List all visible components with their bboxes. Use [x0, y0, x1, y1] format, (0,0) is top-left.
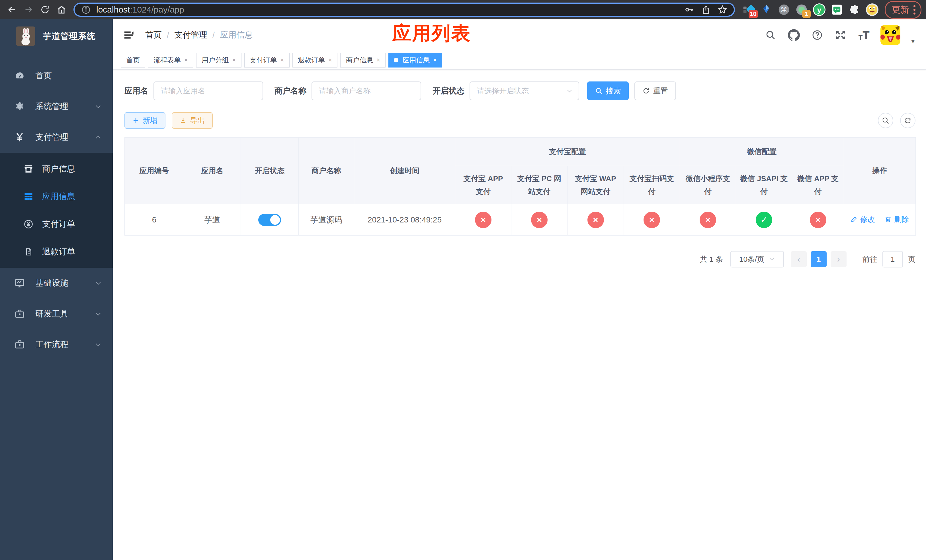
github-icon[interactable]	[787, 28, 801, 42]
status-label: 开启状态	[433, 85, 465, 96]
status-badge: ×	[531, 212, 548, 228]
tab-refund-orders[interactable]: 退款订单×	[292, 53, 338, 68]
close-icon[interactable]: ×	[232, 56, 236, 64]
password-key-icon[interactable]	[683, 3, 696, 16]
share-icon[interactable]	[700, 3, 712, 16]
col-alipay-pc: 支付宝 PC 网站支付	[511, 166, 567, 204]
col-wechat-app: 微信 APP 支付	[792, 166, 844, 204]
extension-diamond-icon[interactable]: 10	[742, 3, 755, 17]
refresh-table-button[interactable]	[900, 113, 915, 128]
browser-home-button[interactable]	[54, 2, 69, 17]
page-size-select[interactable]: 10条/页	[730, 251, 784, 268]
sidebar-item-payment[interactable]: 支付管理	[0, 122, 113, 153]
dashboard-icon	[13, 70, 26, 81]
close-icon[interactable]: ×	[280, 56, 284, 64]
address-bar[interactable]: localhost:1024/pay/app	[73, 3, 735, 17]
sidebar-item-home[interactable]: 首页	[0, 61, 113, 91]
close-icon[interactable]: ×	[377, 56, 380, 64]
breadcrumb-home[interactable]: 首页	[145, 29, 162, 41]
browser-back-button[interactable]	[5, 2, 20, 17]
status-select[interactable]: 请选择开启状态	[469, 82, 579, 100]
cell-operations: 修改 删除	[844, 204, 916, 236]
top-navbar: 首页 / 支付管理 / 应用信息 T	[113, 20, 926, 51]
tab-pay-orders[interactable]: 支付订单×	[244, 53, 290, 68]
download-icon	[180, 117, 186, 124]
col-wechat-jsapi: 微信 JSAPI 支付	[736, 166, 792, 204]
browser-reload-button[interactable]	[38, 2, 52, 17]
col-alipay-app: 支付宝 APP 支付	[455, 166, 511, 204]
merchant-name-input[interactable]	[312, 82, 421, 100]
export-button[interactable]: 导出	[172, 112, 213, 129]
search-icon[interactable]	[764, 28, 777, 42]
sidebar-item-dev-tools[interactable]: 研发工具	[0, 298, 113, 329]
tags-view-bar: 首页 流程表单× 用户分组× 支付订单× 退款订单× 商户信息× 应用信息×	[113, 51, 926, 70]
bookmark-star-icon[interactable]	[716, 3, 729, 16]
toolbox-icon	[13, 309, 26, 319]
extension-balloon-icon[interactable]	[760, 3, 773, 17]
refresh-icon	[904, 117, 912, 124]
reset-button[interactable]: 重置	[634, 82, 676, 100]
close-icon[interactable]: ×	[184, 56, 188, 64]
prev-page-button[interactable]: ‹	[791, 251, 807, 267]
app-name-label: 应用名	[124, 85, 148, 96]
chevron-down-icon	[95, 310, 102, 318]
page-annotation-title: 应用列表	[392, 21, 471, 46]
sidebar-item-infra[interactable]: 基础设施	[0, 268, 113, 298]
sidebar-item-pay-orders[interactable]: 支付订单	[0, 210, 113, 238]
status-toggle[interactable]	[258, 214, 281, 226]
status-badge: ×	[810, 212, 826, 228]
sidebar-item-system[interactable]: 系统管理	[0, 91, 113, 122]
tab-home[interactable]: 首页	[121, 53, 145, 68]
extension-emoji-icon[interactable]	[865, 3, 879, 17]
extension-badge: 10	[749, 10, 758, 18]
payment-submenu: 商户信息 应用信息 支付订单	[0, 153, 113, 268]
sidebar-item-refund-orders[interactable]: 退款订单	[0, 238, 113, 265]
delete-link[interactable]: 删除	[884, 215, 909, 224]
avatar-dropdown-caret[interactable]: ▼	[910, 38, 916, 45]
sidebar-item-app-info[interactable]: 应用信息	[0, 183, 113, 210]
extension-recorder-icon[interactable]: 1	[795, 3, 808, 17]
cell-status	[241, 204, 299, 236]
close-icon[interactable]: ×	[433, 56, 437, 64]
tab-merchant-info[interactable]: 商户信息×	[340, 53, 386, 68]
sidebar-item-merchant-info[interactable]: 商户信息	[0, 155, 113, 183]
user-avatar[interactable]	[881, 25, 900, 45]
tab-user-group[interactable]: 用户分组×	[196, 53, 242, 68]
close-icon[interactable]: ×	[328, 56, 332, 64]
pagination: 共 1 条 10条/页 ‹ 1 › 前往 页	[124, 251, 915, 268]
next-page-button[interactable]: ›	[831, 251, 847, 267]
sidebar-collapse-icon[interactable]	[123, 29, 135, 41]
status-badge: ×	[475, 212, 492, 228]
sidebar-item-workflow[interactable]: 工作流程	[0, 329, 113, 360]
browser-update-button[interactable]: 更新	[885, 1, 921, 19]
help-icon[interactable]	[810, 28, 824, 42]
document-icon	[22, 247, 35, 257]
tab-app-info[interactable]: 应用信息×	[388, 53, 442, 68]
search-button[interactable]: 搜索	[587, 82, 629, 100]
current-page-button[interactable]: 1	[811, 251, 827, 267]
extension-yudao-icon[interactable]: y	[813, 3, 826, 17]
browser-forward-button[interactable]	[21, 2, 36, 17]
browser-menu-icon[interactable]	[914, 5, 915, 15]
extension-command-icon[interactable]: ⌘	[777, 3, 791, 17]
col-operations: 操作	[844, 138, 916, 204]
search-icon	[882, 117, 890, 124]
show-search-button[interactable]	[878, 113, 893, 128]
app-name-input[interactable]	[153, 82, 263, 100]
tab-process-form[interactable]: 流程表单×	[148, 53, 193, 68]
add-button[interactable]: 新增	[124, 112, 165, 129]
font-size-icon[interactable]: TT	[857, 28, 871, 42]
edit-link[interactable]: 修改	[850, 215, 875, 224]
app-logo-row[interactable]: 芋道管理系统	[0, 20, 113, 53]
chevron-up-icon	[95, 133, 102, 141]
col-app-id: 应用编号	[125, 138, 184, 204]
fullscreen-icon[interactable]	[834, 28, 847, 42]
monitor-chart-icon	[13, 278, 26, 289]
extension-chat-icon[interactable]	[830, 3, 844, 17]
chevron-down-icon	[95, 341, 102, 348]
extension-puzzle-icon[interactable]	[848, 3, 861, 17]
goto-page-input[interactable]	[882, 251, 903, 268]
cell-merchant: 芋道源码	[299, 204, 354, 236]
site-info-icon[interactable]	[80, 3, 92, 16]
breadcrumb-payment[interactable]: 支付管理	[174, 29, 207, 41]
